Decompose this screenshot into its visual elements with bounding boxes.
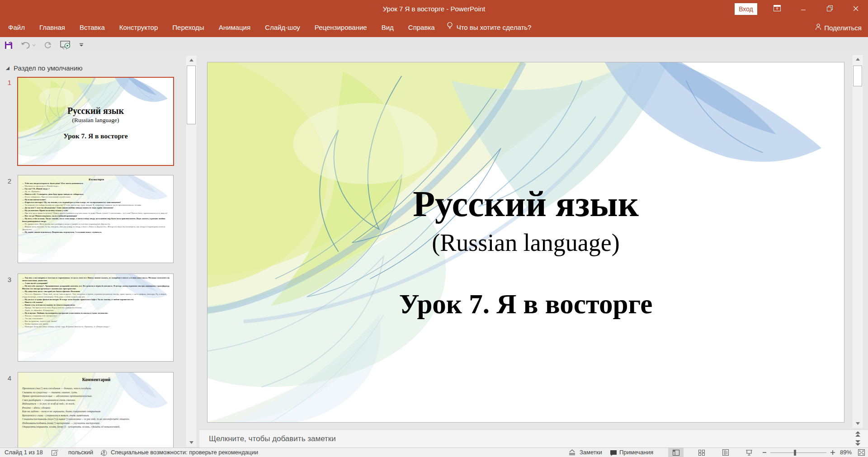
zoom-slider-track[interactable]: [770, 452, 826, 453]
normal-view-icon: [673, 450, 679, 456]
scrollbar-thumb[interactable]: [853, 66, 862, 86]
share-button[interactable]: Поделиться: [815, 18, 862, 37]
minimize-icon: [801, 5, 806, 13]
slide-number: 4: [5, 374, 14, 382]
fit-slide-icon: [858, 449, 865, 456]
undo-dropdown-icon: [32, 44, 36, 47]
slide-thumbnail-1[interactable]: Русский язык (Russian language) Урок 7. …: [18, 78, 173, 165]
minimize-button[interactable]: [794, 0, 813, 18]
arrow-up-icon: [856, 58, 860, 61]
tab-insert[interactable]: Вставка: [72, 18, 112, 37]
tab-review[interactable]: Рецензирование: [307, 18, 374, 37]
slide-counter[interactable]: Слайд 1 из 18: [5, 448, 43, 457]
slide-number: 3: [5, 276, 14, 283]
slide-lesson[interactable]: Урок 7. Я в восторге: [208, 288, 844, 320]
start-slideshow-button[interactable]: [60, 41, 71, 50]
slide-area-scrollbar[interactable]: [852, 54, 863, 429]
slide-thumbnail-4[interactable]: Комментарий Превзошло (чьи?) мои ожидани…: [18, 372, 173, 448]
zoom-percentage[interactable]: 89%: [840, 448, 852, 457]
thumb1-subtitle: (Russian language): [18, 117, 173, 124]
slide-thumbnail-3[interactable]: — Так вот, если говорить о толстых и ста…: [18, 274, 173, 361]
redo-button[interactable]: [44, 41, 52, 49]
thumb3-text: — Так вот, если говорить о толстых и ста…: [22, 277, 170, 328]
notes-toggle-icon[interactable]: [569, 449, 576, 457]
slideshow-view-button[interactable]: [741, 448, 757, 457]
pen-notes-icon[interactable]: [52, 449, 58, 457]
restore-button[interactable]: [820, 0, 839, 18]
notes-placeholder[interactable]: Щелкните, чтобы добавить заметки: [209, 430, 336, 448]
slide-editing-canvas[interactable]: Русский язык (Russian language) Урок 7. …: [207, 62, 844, 423]
person-icon: [815, 24, 821, 32]
tab-view[interactable]: Вид: [374, 18, 401, 37]
comments-toggle[interactable]: Примечания: [619, 448, 653, 457]
undo-button[interactable]: [21, 42, 36, 49]
scroll-up-button[interactable]: [186, 56, 197, 65]
double-chevron-up-icon: [855, 431, 860, 437]
powerpoint-window: Урок 7 Я в восторге - PowerPoint Вход Фа…: [0, 0, 868, 457]
title-bar: Урок 7 Я в восторге - PowerPoint Вход: [0, 0, 868, 18]
tell-me-box[interactable]: Что вы хотите сделать?: [442, 18, 536, 37]
language-status[interactable]: польский: [68, 448, 93, 457]
accessibility-icon[interactable]: [100, 449, 108, 457]
thumb4-text: Превзошло (чьи?) мои ожидания — больше, …: [22, 386, 170, 429]
share-label: Поделиться: [824, 24, 862, 32]
slide-subtitle[interactable]: (Russian language): [208, 229, 844, 257]
zoom-slider-thumb[interactable]: [794, 450, 796, 456]
thumb1-title: Русский язык: [18, 106, 173, 116]
save-button[interactable]: [5, 41, 13, 49]
next-slide-button[interactable]: [853, 439, 862, 447]
normal-view-button[interactable]: [668, 448, 684, 457]
slide-sorter-view-button[interactable]: [694, 448, 709, 457]
slide-sorter-icon: [698, 450, 705, 456]
ribbon-display-options-icon: [774, 5, 781, 13]
tab-file[interactable]: Файл: [0, 18, 32, 37]
slide-thumbnail-2[interactable]: Я в восторге — Тебя что, вчера вечером н…: [18, 175, 173, 263]
ribbon-display-options-button[interactable]: [768, 0, 787, 18]
reading-view-button[interactable]: [718, 448, 733, 457]
scroll-down-button[interactable]: [186, 438, 197, 447]
slideshow-icon: [745, 450, 753, 456]
previous-slide-button[interactable]: [853, 430, 862, 438]
quick-access-toolbar: [0, 37, 868, 53]
section-header[interactable]: Раздел по умолчанию: [5, 64, 83, 72]
notes-pane[interactable]: Щелкните, чтобы добавить заметки: [199, 429, 868, 448]
arrow-down-icon: [189, 441, 193, 444]
section-label: Раздел по умолчанию: [14, 64, 83, 72]
tab-design[interactable]: Конструктор: [112, 18, 165, 37]
thumb1-lesson: Урок 7. Я в восторге: [18, 132, 173, 140]
tab-home[interactable]: Главная: [32, 18, 72, 37]
slide-thumbnail-panel: Раздел по умолчанию 1 Русский язык (Russ…: [0, 53, 199, 448]
thumbnail-panel-scrollbar[interactable]: [185, 55, 197, 448]
close-button[interactable]: [846, 0, 865, 18]
status-bar: Слайд 1 из 18 польский Специальные возмо…: [0, 448, 868, 457]
sign-in-button[interactable]: Вход: [735, 3, 757, 15]
tab-slideshow[interactable]: Слайд-шоу: [258, 18, 307, 37]
thumb2-text: — Тебя что, вчера вечером не было дома? …: [22, 182, 170, 234]
scrollbar-thumb[interactable]: [187, 66, 196, 124]
reading-view-icon: [722, 449, 729, 456]
fit-to-window-button[interactable]: [858, 449, 865, 457]
restore-icon: [827, 5, 833, 13]
scroll-down-button[interactable]: [852, 419, 863, 428]
arrow-up-icon: [189, 59, 193, 61]
zoom-in-button[interactable]: [830, 448, 835, 457]
thumb2-title: Я в восторге: [22, 178, 170, 181]
customize-qat-button[interactable]: [79, 43, 84, 47]
slide-title[interactable]: Русский язык: [208, 184, 844, 225]
collapse-section-icon: [5, 64, 10, 72]
scroll-up-button[interactable]: [852, 55, 863, 64]
close-icon: [853, 5, 859, 13]
tab-animations[interactable]: Анимация: [212, 18, 258, 37]
arrow-down-icon: [856, 422, 860, 425]
ribbon-tab-bar: Файл Главная Вставка Конструктор Переход…: [0, 18, 868, 37]
slide-number: 2: [5, 177, 14, 185]
tab-help[interactable]: Справка: [401, 18, 442, 37]
lightbulb-icon: [447, 18, 453, 37]
comments-toggle-icon[interactable]: [610, 450, 617, 457]
thumb4-title: Комментарий: [22, 377, 170, 382]
notes-toggle[interactable]: Заметки: [580, 448, 602, 457]
zoom-out-button[interactable]: [762, 448, 767, 457]
accessibility-status[interactable]: Специальные возможности: проверьте реком…: [111, 448, 258, 457]
tab-transitions[interactable]: Переходы: [165, 18, 211, 37]
slide-number: 1: [5, 79, 14, 86]
